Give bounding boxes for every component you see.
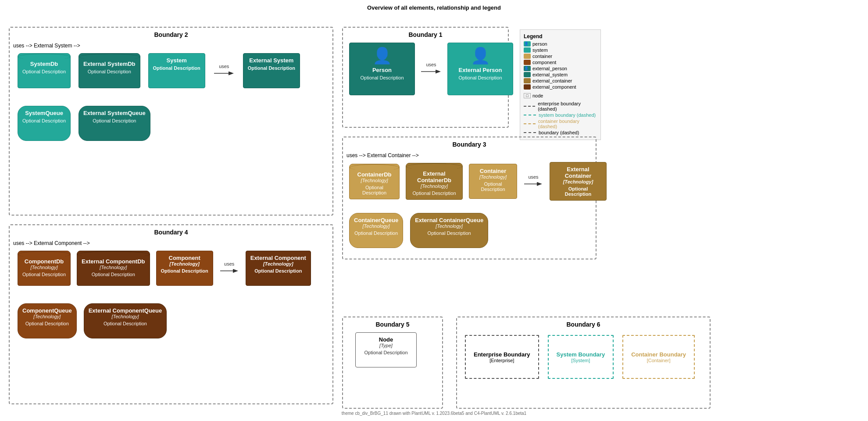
system-db-card: SystemDb Optional Description	[18, 53, 71, 88]
component-queue-tech: [Technology]	[33, 314, 61, 319]
boundary-4-label: Boundary 4	[13, 229, 329, 236]
component-queue-desc: Optional Description	[25, 321, 69, 326]
container-queue-desc: Optional Description	[354, 230, 398, 236]
legend-row-ext-system: external_system	[524, 72, 597, 77]
system-db-title: SystemDb	[30, 61, 58, 67]
legend-swatch-component	[524, 60, 531, 65]
ext-component-card: External Component [Technology] Optional…	[246, 251, 311, 286]
container-boundary-sub: [Container]	[647, 358, 671, 363]
arrow-svg-3	[523, 180, 543, 188]
ext-system-queue-title: External SystemQueue	[83, 110, 146, 116]
component-desc: Optional Description	[161, 268, 208, 273]
legend-line-enterprise	[524, 106, 535, 107]
boundary-5: Boundary 5 Node [Type] Optional Descript…	[342, 317, 443, 409]
component-db-desc: Optional Description	[22, 272, 66, 277]
container-db-title: ContainerDb	[357, 171, 392, 178]
system-desc: Optional Description	[153, 65, 200, 71]
ext-component-queue-desc: Optional Description	[104, 321, 147, 326]
container-desc: Optional Description	[474, 181, 512, 192]
legend-label-ext-person: external_person	[532, 66, 567, 71]
container-db-tech: [Technology]	[361, 178, 388, 183]
legend-title: Legend	[524, 33, 597, 40]
footer-text: theme cb_div_BrBG_11 drawn with PlantUML…	[342, 411, 526, 416]
ext-person-icon: 👤	[471, 47, 490, 65]
boundary-6-label: Boundary 6	[461, 321, 706, 328]
legend-label-container-boundary: container boundary (dashed)	[538, 119, 597, 129]
system-db-desc: Optional Description	[22, 69, 66, 74]
enterprise-boundary-label: Enterprise Boundary	[474, 351, 530, 358]
ext-system-title: External System	[249, 57, 293, 64]
node-card: Node [Type] Optional Description	[355, 332, 417, 367]
legend-swatch-ext-component	[524, 84, 531, 90]
legend-label-enterprise: enterprise boundary (dashed)	[538, 101, 597, 112]
arrow-svg-4	[219, 266, 239, 275]
person-card: 👤 Person Optional Description	[349, 43, 415, 95]
component-db-title: ComponentDb	[25, 258, 64, 265]
legend-row-container: container	[524, 54, 597, 59]
node-tech: [Type]	[379, 343, 393, 348]
legend-swatch-system	[524, 47, 531, 53]
ext-system-db-desc: Optional Description	[88, 69, 131, 74]
legend-swatch-ext-container	[524, 78, 531, 83]
ext-container-desc: Optional Description	[554, 186, 602, 197]
boundary-3-label: Boundary 3	[346, 141, 592, 148]
ext-component-db-tech: [Technology]	[100, 265, 127, 270]
ext-container-db-title: External ContainerDb	[411, 170, 458, 184]
ext-component-title: External Component	[250, 255, 306, 261]
component-db-tech: [Technology]	[31, 265, 58, 270]
legend-row-container-boundary: container boundary (dashed)	[524, 119, 597, 129]
system-queue-desc: Optional Description	[22, 118, 66, 123]
ext-system-queue-desc: Optional Description	[93, 118, 136, 123]
legend-label-system: system	[532, 47, 548, 53]
legend-line-container-boundary	[524, 123, 536, 124]
boundary-2-label: Boundary 2	[13, 31, 329, 38]
system-boundary-sub: [System]	[571, 358, 590, 363]
system-title: System	[167, 57, 187, 64]
ext-component-desc: Optional Description	[254, 268, 302, 273]
system-boundary-label: System Boundary	[557, 351, 605, 358]
component-card: Component [Technology] Optional Descript…	[156, 251, 213, 286]
legend: Legend 👤 person system container compone…	[520, 29, 601, 140]
legend-label-container: container	[532, 54, 552, 59]
ext-container-db-tech: [Technology]	[421, 184, 448, 189]
diagram-area: Boundary 2 uses --> External System --> …	[0, 14, 868, 417]
container-card: Container [Technology] Optional Descript…	[469, 164, 517, 199]
legend-label-ext-system: external_system	[532, 72, 568, 77]
container-db-card: ContainerDb [Technology] Optional Descri…	[349, 164, 400, 199]
ext-component-tech: [Technology]	[263, 261, 293, 266]
component-queue-card: ComponentQueue [Technology] Optional Des…	[18, 303, 77, 338]
ext-component-queue-card: External ComponentQueue [Technology] Opt…	[84, 303, 167, 338]
container-queue-title: ContainerQueue	[354, 217, 398, 223]
boundary-1: Boundary 1 👤 Person Optional Description…	[342, 27, 509, 128]
ext-container-title: External Container	[554, 166, 602, 179]
boundary-5-label: Boundary 5	[346, 321, 439, 328]
legend-label-boundary: boundary (dashed)	[539, 130, 579, 135]
legend-row-ext-container: external_container	[524, 78, 597, 83]
page-title: Overview of all elements, relationship a…	[0, 0, 868, 14]
legend-swatch-container	[524, 54, 531, 59]
system-queue-card: SystemQueue Optional Description	[18, 106, 71, 141]
person-title: Person	[372, 67, 392, 73]
ext-person-card: 👤 External Person Optional Description	[447, 43, 513, 95]
legend-label-person: person	[532, 41, 547, 47]
component-title: Component	[169, 255, 200, 261]
ext-container-queue-tech: [Technology]	[436, 223, 463, 229]
ext-container-db-card: External ContainerDb [Technology] Option…	[406, 163, 463, 200]
ext-container-card: External Container [Technology] Optional…	[550, 162, 607, 201]
ext-container-queue-title: External ContainerQueue	[415, 217, 483, 223]
legend-label-ext-container: external_container	[532, 78, 572, 83]
container-boundary-label: Container Boundary	[631, 351, 686, 358]
node-title: Node	[379, 336, 393, 343]
component-queue-title: ComponentQueue	[22, 307, 72, 314]
enterprise-boundary: Enterprise Boundary [Enterprise]	[465, 335, 539, 379]
ext-container-db-desc: Optional Description	[412, 191, 456, 196]
legend-row-ext-person: 👤 external_person	[524, 66, 597, 71]
legend-label-ext-component: external_component	[532, 84, 576, 90]
container-queue-card: ContainerQueue [Technology] Optional Des…	[349, 213, 403, 248]
ext-system-db-card: External SystemDb Optional Description	[79, 53, 140, 88]
container-db-desc: Optional Description	[354, 185, 395, 195]
boundary-3: Boundary 3 uses --> External Container -…	[342, 137, 597, 259]
uses-label-1: uses	[219, 64, 229, 69]
system-queue-title: SystemQueue	[25, 110, 63, 116]
ext-component-db-desc: Optional Description	[92, 272, 135, 277]
